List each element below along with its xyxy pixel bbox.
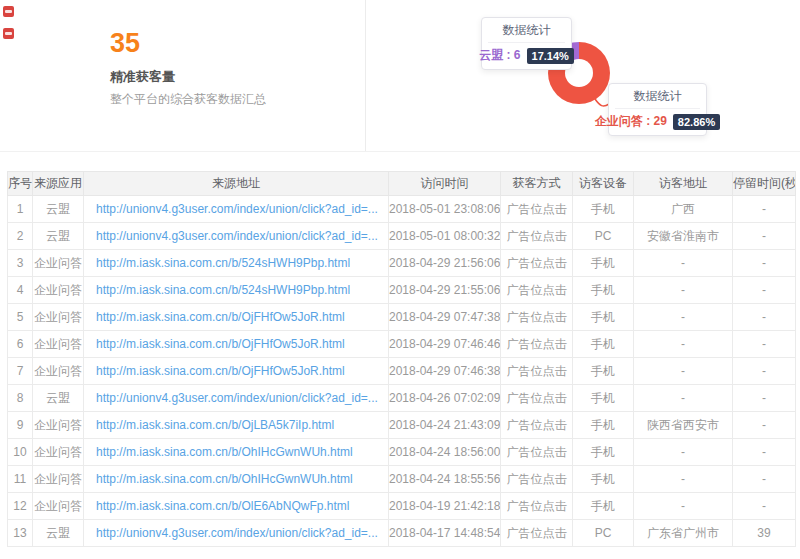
col-source-url: 来源地址	[84, 172, 389, 196]
source-url-cell: http://m.iask.sina.com.cn/b/524sHWH9Pbp.…	[84, 277, 389, 304]
source-url-link[interactable]: http://unionv4.g3user.com/index/union/cl…	[96, 391, 378, 405]
device-cell: 手机	[573, 250, 634, 277]
visitor-location-cell: -	[634, 439, 733, 466]
source-url-link[interactable]: http://m.iask.sina.com.cn/b/OlE6AbNQwFp.…	[96, 499, 349, 513]
table-row: 7企业问答http://m.iask.sina.com.cn/b/OjFHfOw…	[8, 358, 796, 385]
method-cell: 广告位点击	[501, 196, 573, 223]
source-url-link[interactable]: http://m.iask.sina.com.cn/b/OjFHfOw5JoR.…	[96, 310, 345, 324]
section-divider	[0, 151, 800, 152]
table-row: 2云盟http://unionv4.g3user.com/index/union…	[8, 223, 796, 250]
method-cell: 广告位点击	[501, 358, 573, 385]
index-cell: 1	[8, 196, 33, 223]
method-cell: 广告位点击	[501, 466, 573, 493]
device-cell: PC	[573, 520, 634, 547]
vertical-divider	[365, 0, 366, 152]
source-url-link[interactable]: http://m.iask.sina.com.cn/b/524sHWH9Pbp.…	[96, 283, 350, 297]
chart-tooltip-yunmeng: 数据统计 云盟 : 6 17.14%	[481, 17, 572, 70]
source-app-cell: 企业问答	[33, 358, 84, 385]
table-row: 6企业问答http://m.iask.sina.com.cn/b/OjFHfOw…	[8, 331, 796, 358]
device-cell: 手机	[573, 358, 634, 385]
source-url-link[interactable]: http://unionv4.g3user.com/index/union/cl…	[96, 526, 378, 540]
summary-title: 精准获客量	[110, 68, 266, 86]
source-url-cell: http://m.iask.sina.com.cn/b/OjFHfOw5JoR.…	[84, 304, 389, 331]
device-cell: PC	[573, 223, 634, 250]
index-cell: 9	[8, 412, 33, 439]
source-url-cell: http://unionv4.g3user.com/index/union/cl…	[84, 385, 389, 412]
source-app-cell: 云盟	[33, 196, 84, 223]
visit-time-cell: 2018-04-29 21:56:06	[389, 250, 501, 277]
method-cell: 广告位点击	[501, 277, 573, 304]
red-placeholder-icon	[3, 28, 14, 39]
tooltip-percent-badge: 17.14%	[527, 48, 574, 64]
table-row: 5企业问答http://m.iask.sina.com.cn/b/OjFHfOw…	[8, 304, 796, 331]
index-cell: 12	[8, 493, 33, 520]
source-url-link[interactable]: http://m.iask.sina.com.cn/b/OhIHcGwnWUh.…	[96, 445, 353, 459]
device-cell: 手机	[573, 493, 634, 520]
device-cell: 手机	[573, 385, 634, 412]
stay-time-cell: -	[733, 196, 796, 223]
stay-time-cell: -	[733, 466, 796, 493]
table-row: 1云盟http://unionv4.g3user.com/index/union…	[8, 196, 796, 223]
table-row: 13云盟http://unionv4.g3user.com/index/unio…	[8, 520, 796, 547]
index-cell: 3	[8, 250, 33, 277]
source-url-link[interactable]: http://unionv4.g3user.com/index/union/cl…	[96, 229, 378, 243]
acquisition-count: 35	[110, 28, 266, 58]
tooltip-title: 数据统计	[488, 21, 565, 43]
device-cell: 手机	[573, 439, 634, 466]
stay-time-cell: -	[733, 412, 796, 439]
visitor-location-cell: -	[634, 493, 733, 520]
stay-time-cell: -	[733, 250, 796, 277]
method-cell: 广告位点击	[501, 493, 573, 520]
method-cell: 广告位点击	[501, 412, 573, 439]
col-index: 序号	[8, 172, 33, 196]
source-url-cell: http://unionv4.g3user.com/index/union/cl…	[84, 520, 389, 547]
visitor-location-cell: -	[634, 250, 733, 277]
table-body: 1云盟http://unionv4.g3user.com/index/union…	[8, 196, 796, 547]
source-url-cell: http://unionv4.g3user.com/index/union/cl…	[84, 196, 389, 223]
source-url-link[interactable]: http://m.iask.sina.com.cn/b/524sHWH9Pbp.…	[96, 256, 350, 270]
summary-card: 35 精准获客量 整个平台的综合获客数据汇总	[110, 28, 266, 108]
visit-time-cell: 2018-04-29 07:46:46	[389, 331, 501, 358]
visit-time-cell: 2018-04-24 18:56:00	[389, 439, 501, 466]
visit-time-cell: 2018-04-29 07:46:38	[389, 358, 501, 385]
method-cell: 广告位点击	[501, 223, 573, 250]
source-url-link[interactable]: http://m.iask.sina.com.cn/b/OjFHfOw5JoR.…	[96, 337, 345, 351]
visitor-location-cell: -	[634, 331, 733, 358]
source-app-cell: 企业问答	[33, 250, 84, 277]
table-row: 4企业问答http://m.iask.sina.com.cn/b/524sHWH…	[8, 277, 796, 304]
visitor-location-cell: -	[634, 466, 733, 493]
source-app-cell: 云盟	[33, 385, 84, 412]
visit-time-cell: 2018-04-17 14:48:54	[389, 520, 501, 547]
source-url-link[interactable]: http://m.iask.sina.com.cn/b/OjFHfOw5JoR.…	[96, 364, 345, 378]
index-cell: 4	[8, 277, 33, 304]
index-cell: 11	[8, 466, 33, 493]
source-url-cell: http://m.iask.sina.com.cn/b/OjFHfOw5JoR.…	[84, 331, 389, 358]
table-row: 3企业问答http://m.iask.sina.com.cn/b/524sHWH…	[8, 250, 796, 277]
table-row: 11企业问答http://m.iask.sina.com.cn/b/OhIHcG…	[8, 466, 796, 493]
source-url-link[interactable]: http://m.iask.sina.com.cn/b/OjLBA5k7iIp.…	[96, 418, 334, 432]
col-stay-time: 停留时间(秒)	[733, 172, 796, 196]
visit-time-cell: 2018-04-24 18:55:56	[389, 466, 501, 493]
chart-tooltip-qiyewenda: 数据统计 企业问答 : 29 82.86%	[608, 83, 707, 136]
source-url-link[interactable]: http://unionv4.g3user.com/index/union/cl…	[96, 202, 378, 216]
visitor-location-cell: 广西	[634, 196, 733, 223]
source-url-link[interactable]: http://m.iask.sina.com.cn/b/OhIHcGwnWUh.…	[96, 472, 353, 486]
stay-time-cell: 39	[733, 520, 796, 547]
source-app-cell: 企业问答	[33, 466, 84, 493]
device-cell: 手机	[573, 412, 634, 439]
device-cell: 手机	[573, 196, 634, 223]
tooltip-percent-badge: 82.86%	[673, 114, 720, 130]
index-cell: 2	[8, 223, 33, 250]
tooltip-series-value: 企业问答 : 29	[595, 113, 667, 130]
stay-time-cell: -	[733, 385, 796, 412]
source-url-cell: http://unionv4.g3user.com/index/union/cl…	[84, 223, 389, 250]
method-cell: 广告位点击	[501, 331, 573, 358]
col-method: 获客方式	[501, 172, 573, 196]
stay-time-cell: -	[733, 331, 796, 358]
device-cell: 手机	[573, 277, 634, 304]
summary-subtitle: 整个平台的综合获客数据汇总	[110, 91, 266, 108]
analytics-dashboard: 35 精准获客量 整个平台的综合获客数据汇总 数据统计 云盟 : 6 17.14…	[0, 0, 800, 559]
table-row: 10企业问答http://m.iask.sina.com.cn/b/OhIHcG…	[8, 439, 796, 466]
visitor-location-cell: -	[634, 277, 733, 304]
col-device: 访客设备	[573, 172, 634, 196]
